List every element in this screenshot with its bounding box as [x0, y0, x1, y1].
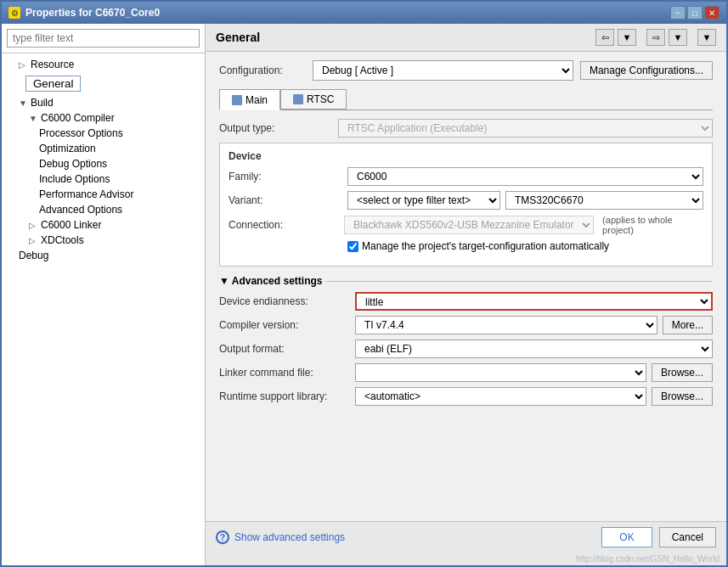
sidebar-label-build: Build	[31, 97, 54, 109]
sidebar-item-xdctools[interactable]: ▷ XDCtools	[2, 233, 205, 248]
linker-cmd-row: Linker command file: Browse...	[219, 363, 713, 382]
minimize-button[interactable]: −	[670, 6, 686, 20]
cancel-button[interactable]: Cancel	[659, 527, 716, 547]
sidebar-item-debug[interactable]: Debug	[2, 248, 205, 263]
watermark: http://blog.csdn.net/GSN_Hello_World	[206, 553, 726, 565]
sidebar-item-include-options[interactable]: Include Options	[2, 171, 205, 187]
sidebar-item-general[interactable]: General	[25, 76, 81, 92]
endian-select[interactable]: little	[355, 292, 713, 311]
output-format-select[interactable]: eabi (ELF)	[355, 340, 713, 358]
runtime-select[interactable]: <automatic>	[355, 387, 646, 406]
tab-main-icon	[232, 95, 242, 105]
sidebar: ▷ Resource General ▼ Build ▼ C6000 Compi…	[2, 24, 206, 565]
compiler-version-select[interactable]: TI v7.4.4	[355, 316, 657, 334]
endian-label: Device endianness:	[219, 295, 355, 307]
restore-button[interactable]: □	[687, 6, 703, 20]
content-area: ▷ Resource General ▼ Build ▼ C6000 Compi…	[2, 24, 726, 565]
connection-label: Connection:	[229, 219, 344, 231]
filter-box	[2, 24, 205, 53]
advanced-settings-link[interactable]: ? Show advanced settings	[216, 531, 345, 544]
close-button[interactable]: ✕	[704, 6, 720, 20]
tab-rtsc[interactable]: RTSC	[280, 89, 347, 109]
variant-row: Variant: <select or type filter text> TM…	[229, 191, 703, 210]
sidebar-item-c6000-compiler[interactable]: ▼ C6000 Compiler	[2, 110, 205, 126]
checkbox-row: Manage the project's target-configuratio…	[229, 240, 703, 252]
sidebar-label-linker: C6000 Linker	[41, 219, 101, 231]
sidebar-label-c6000: C6000 Compiler	[41, 112, 115, 124]
tree-container: ▷ Resource General ▼ Build ▼ C6000 Compi…	[2, 53, 205, 565]
title-bar: ⚙ Properties for C6670_Core0 − □ ✕	[2, 2, 726, 24]
nav-menu-btn[interactable]: ▼	[697, 29, 716, 46]
sidebar-label-optimization: Optimization	[39, 143, 96, 154]
auto-config-checkbox[interactable]	[347, 241, 358, 252]
nav-dropdown-btn[interactable]: ▼	[618, 29, 636, 46]
ok-button[interactable]: OK	[601, 527, 652, 547]
tab-rtsc-label: RTSC	[307, 93, 334, 105]
main-title: General	[216, 31, 260, 44]
sidebar-item-optimization[interactable]: Optimization	[2, 141, 205, 156]
output-type-row: Output type: RTSC Application (Executabl…	[219, 119, 713, 138]
linker-browse-button[interactable]: Browse...	[652, 363, 713, 382]
main-window: ⚙ Properties for C6670_Core0 − □ ✕ ▷ Res…	[0, 0, 728, 567]
output-format-row: Output format: eabi (ELF)	[219, 340, 713, 358]
family-label: Family:	[229, 171, 347, 182]
expand-arrow-linker: ▷	[29, 221, 37, 230]
sidebar-label-debug-options: Debug Options	[39, 158, 107, 170]
main-area: General ⇦ ▼ ⇨ ▼ ▼ Configuration: Debug […	[206, 24, 726, 565]
sidebar-general-container: General	[2, 72, 205, 95]
sidebar-label-xdc: XDCtools	[41, 234, 84, 246]
config-label: Configuration:	[219, 65, 313, 76]
tab-main-label: Main	[245, 94, 268, 106]
sidebar-label-debug: Debug	[19, 250, 48, 261]
filter-input[interactable]	[7, 29, 200, 48]
sidebar-label-processor: Processor Options	[39, 127, 123, 139]
nav-forward-dropdown-btn[interactable]: ▼	[669, 29, 687, 46]
device-section: Device Family: C6000 Variant: <select or…	[219, 143, 713, 267]
connection-row: Connection: Blackhawk XDS560v2-USB Mezza…	[229, 215, 703, 235]
advanced-settings-title: ▼ Advanced settings	[219, 275, 713, 287]
expand-arrow-resource: ▷	[19, 60, 27, 70]
footer: ? Show advanced settings OK Cancel	[206, 521, 726, 553]
sidebar-item-processor-options[interactable]: Processor Options	[2, 126, 205, 141]
runtime-browse-button[interactable]: Browse...	[652, 387, 713, 406]
sidebar-label-resource: Resource	[31, 59, 74, 70]
nav-forward-btn[interactable]: ⇨	[646, 29, 665, 46]
output-type-select[interactable]: RTSC Application (Executable)	[338, 119, 713, 138]
connection-select[interactable]: Blackhawk XDS560v2-USB Mezzanine Emulato…	[344, 216, 594, 234]
variant-select-right[interactable]: TMS320C6670	[505, 191, 703, 210]
more-button[interactable]: More...	[663, 316, 713, 334]
header-nav: ⇦ ▼ ⇨ ▼ ▼	[595, 29, 716, 46]
sidebar-item-advanced-options[interactable]: Advanced Options	[2, 202, 205, 217]
family-select[interactable]: C6000	[347, 167, 703, 186]
expand-arrow-c6000: ▼	[29, 114, 37, 123]
sidebar-item-performance-advisor[interactable]: Performance Advisor	[2, 187, 205, 202]
sidebar-label-perf: Performance Advisor	[39, 188, 133, 200]
nav-back-btn[interactable]: ⇦	[595, 29, 614, 46]
endian-row: Device endianness: little	[219, 292, 713, 311]
tab-main[interactable]: Main	[219, 89, 280, 110]
configuration-select[interactable]: Debug [ Active ]	[313, 60, 573, 81]
config-row: Configuration: Debug [ Active ] Manage C…	[219, 60, 713, 81]
sidebar-item-resource[interactable]: ▷ Resource	[2, 57, 205, 72]
footer-buttons: OK Cancel	[601, 527, 716, 547]
window-title: Properties for C6670_Core0	[25, 7, 160, 19]
expand-arrow-build: ▼	[19, 98, 27, 108]
title-bar-left: ⚙ Properties for C6670_Core0	[8, 7, 160, 19]
sidebar-item-debug-options[interactable]: Debug Options	[2, 156, 205, 171]
sidebar-label-advanced: Advanced Options	[39, 204, 122, 216]
tabs-row: Main RTSC	[219, 89, 713, 110]
main-content: Configuration: Debug [ Active ] Manage C…	[206, 52, 726, 521]
linker-cmd-select[interactable]	[355, 363, 646, 382]
main-header: General ⇦ ▼ ⇨ ▼ ▼	[206, 24, 726, 52]
title-controls: − □ ✕	[670, 6, 720, 20]
manage-configurations-button[interactable]: Manage Configurations...	[580, 61, 713, 80]
connection-note: (applies to whole project)	[602, 215, 703, 235]
output-type-label: Output type:	[219, 122, 338, 134]
device-section-title: Device	[229, 150, 703, 162]
compiler-label: Compiler version:	[219, 319, 355, 331]
variant-select-left[interactable]: <select or type filter text>	[347, 191, 500, 210]
sidebar-item-build[interactable]: ▼ Build	[2, 95, 205, 110]
sidebar-item-c6000-linker[interactable]: ▷ C6000 Linker	[2, 217, 205, 233]
linker-cmd-label: Linker command file:	[219, 367, 355, 379]
family-row: Family: C6000	[229, 167, 703, 186]
